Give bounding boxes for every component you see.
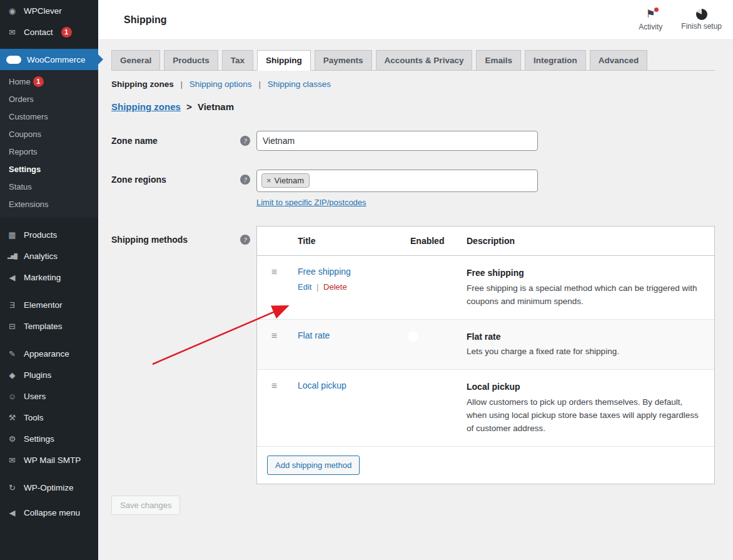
flat-rate-link[interactable]: Flat rate [298, 330, 330, 340]
edit-link[interactable]: Edit [298, 282, 311, 292]
sidebar-item-label: Marketing [24, 273, 61, 282]
tab-products[interactable]: Products [164, 50, 218, 71]
row-actions: Edit | Delete [298, 282, 410, 292]
page-title: Shipping [124, 14, 166, 26]
current-menu-arrow [98, 54, 103, 64]
subnav-separator: | [181, 79, 183, 89]
sidebar-item-wpclever[interactable]: ◉ WPClever [0, 0, 98, 21]
tab-payments[interactable]: Payments [315, 50, 372, 71]
sidebar-item-appearance[interactable]: ✎ Appearance [0, 343, 98, 364]
breadcrumb-shipping-zones-link[interactable]: Shipping zones [111, 101, 181, 112]
drag-handle-icon[interactable]: ≡ [257, 380, 291, 435]
subnav-shipping-classes[interactable]: Shipping classes [268, 79, 331, 89]
toggle-knob [408, 332, 418, 342]
activity-flag-icon: ⚑ [646, 8, 655, 21]
sidebar-item-products[interactable]: ▦ Products [0, 224, 98, 245]
woocommerce-icon: woo [6, 56, 21, 64]
sidebar-item-label: Analytics [24, 252, 58, 261]
sidebar-item-templates[interactable]: ⊟ Templates [0, 315, 98, 337]
sidebar-subitem-status[interactable]: Status [0, 178, 98, 195]
zone-regions-label: Zone regions [111, 175, 166, 185]
region-tag-label: Vietnam [275, 176, 304, 185]
subitem-label: Status [9, 182, 32, 191]
sidebar-item-elementor[interactable]: Ǝ Elementor [0, 294, 98, 315]
sidebar-item-label: Contact [24, 28, 53, 37]
tab-accounts-privacy[interactable]: Accounts & Privacy [376, 50, 473, 71]
help-icon[interactable]: ? [240, 136, 250, 146]
tab-tax[interactable]: Tax [222, 50, 253, 71]
help-icon[interactable]: ? [240, 175, 250, 185]
subnav-shipping-options[interactable]: Shipping options [190, 79, 252, 89]
collapse-menu-button[interactable]: ◀ Collapse menu [0, 502, 98, 523]
sidebar-item-label: Products [24, 230, 57, 240]
sidebar-subitem-orders[interactable]: Orders [0, 90, 98, 108]
sidebar-item-marketing[interactable]: ◀ Marketing [0, 267, 98, 288]
topbar-actions: ⚑ Activity Finish setup [639, 8, 722, 31]
breadcrumb-separator: > [186, 101, 192, 112]
tools-icon: ⚒ [6, 413, 18, 422]
table-row-flat-rate: ≡ Flat rate Flat rate Lets you charge a … [257, 320, 714, 370]
zone-regions-input[interactable]: × Vietnam [256, 170, 538, 192]
sidebar-subitem-home[interactable]: Home 1 [0, 73, 98, 90]
zone-regions-row: Zone regions ? × Vietnam Limit to specif… [111, 170, 715, 207]
add-shipping-method-button[interactable]: Add shipping method [267, 456, 360, 475]
sidebar-item-plugins[interactable]: ◆ Plugins [0, 364, 98, 385]
description-cell: Free shipping Free shipping is a special… [467, 267, 702, 308]
local-pickup-link[interactable]: Local pickup [298, 380, 346, 390]
sidebar-subitem-extensions[interactable]: Extensions [0, 195, 98, 213]
sidebar-item-analytics[interactable]: ▂▅█ Analytics [0, 245, 98, 267]
sidebar-subitem-settings[interactable]: Settings [0, 160, 98, 178]
zone-name-label: Zone name [111, 136, 158, 146]
tab-general[interactable]: General [111, 50, 160, 71]
sidebar-item-label: Collapse menu [24, 508, 80, 517]
subitem-label: Coupons [9, 130, 41, 139]
sidebar-item-wp-mail-smtp[interactable]: ✉ WP Mail SMTP [0, 449, 98, 471]
drag-handle-icon[interactable]: ≡ [257, 267, 291, 308]
remove-region-icon[interactable]: × [266, 176, 271, 185]
shipping-methods-label: Shipping methods [111, 235, 188, 245]
description-cell: Flat rate Lets you charge a fixed rate f… [467, 330, 702, 359]
sidebar-item-tools[interactable]: ⚒ Tools [0, 407, 98, 428]
method-desc-title: Local pickup [467, 380, 699, 394]
toggle-knob [408, 268, 418, 278]
home-count-badge: 1 [33, 76, 44, 87]
subnav-separator: | [258, 79, 261, 89]
column-header-enabled: Enabled [410, 236, 467, 246]
sidebar-item-settings[interactable]: ⚙ Settings [0, 428, 98, 449]
subitem-label: Reports [9, 147, 38, 156]
subitem-label: Customers [9, 112, 48, 121]
drag-handle-icon[interactable]: ≡ [257, 330, 291, 359]
activity-button[interactable]: ⚑ Activity [639, 8, 662, 31]
finish-setup-label: Finish setup [681, 22, 722, 31]
save-changes-button[interactable]: Save changes [111, 496, 180, 515]
tab-shipping[interactable]: Shipping [257, 50, 311, 71]
zone-name-row: Zone name ? [111, 131, 715, 151]
help-icon[interactable]: ? [240, 235, 250, 245]
sidebar-item-contact[interactable]: ✉ Contact 1 [0, 21, 98, 43]
sidebar-item-label: Templates [24, 322, 63, 331]
mail-icon: ✉ [6, 28, 18, 37]
subitem-label: Orders [9, 94, 34, 104]
megaphone-icon: ◀ [6, 273, 18, 282]
tab-emails[interactable]: Emails [476, 50, 521, 71]
zone-name-input[interactable] [256, 131, 538, 151]
limit-postcodes-link[interactable]: Limit to specific ZIP/postcodes [256, 198, 366, 207]
tab-integration[interactable]: Integration [525, 50, 586, 71]
sidebar-item-wp-optimize[interactable]: ↻ WP-Optimize [0, 477, 98, 498]
free-shipping-link[interactable]: Free shipping [298, 267, 351, 277]
column-header-description: Description [467, 236, 702, 246]
shipping-subnav: Shipping zones | Shipping options | Ship… [111, 79, 715, 89]
sidebar-subitem-coupons[interactable]: Coupons [0, 125, 98, 143]
subnav-shipping-zones[interactable]: Shipping zones [111, 79, 174, 89]
delete-link[interactable]: Delete [323, 282, 347, 292]
sidebar-subitem-customers[interactable]: Customers [0, 108, 98, 125]
collapse-arrow-icon: ◀ [6, 508, 18, 517]
wpclever-icon: ◉ [6, 6, 18, 16]
sidebar-subitem-reports[interactable]: Reports [0, 143, 98, 160]
sidebar-item-users[interactable]: ☺ Users [0, 385, 98, 407]
method-title-cell: Free shipping Edit | Delete [291, 267, 410, 308]
sidebar-item-woocommerce[interactable]: woo WooCommerce [0, 49, 98, 70]
sidebar-item-label: Tools [24, 413, 44, 422]
tab-advanced[interactable]: Advanced [590, 50, 648, 71]
finish-setup-button[interactable]: Finish setup [681, 8, 722, 31]
